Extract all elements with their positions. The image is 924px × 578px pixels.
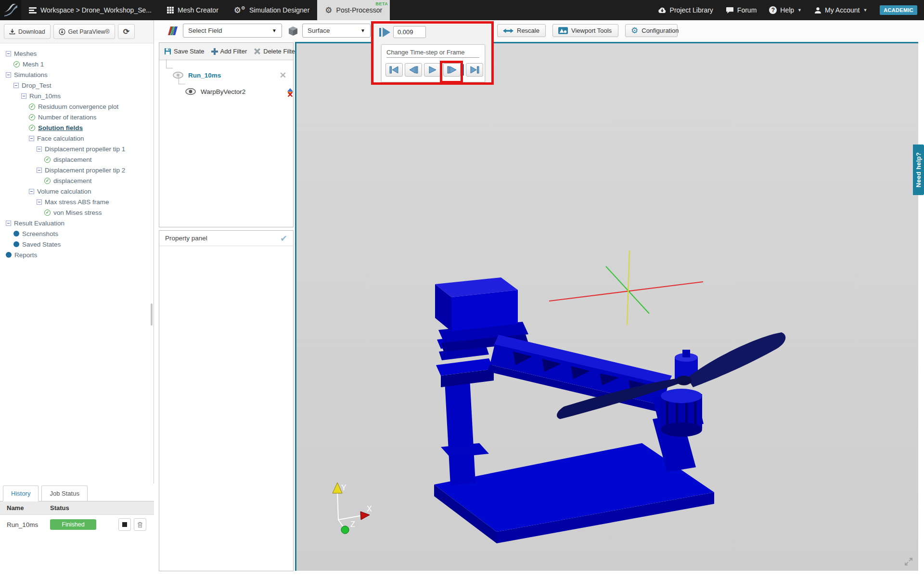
next-frame-button[interactable] bbox=[443, 63, 461, 77]
tree-item-run-10ms[interactable]: Run_10ms bbox=[0, 91, 154, 101]
tree-item-drop-test[interactable]: Drop_Test bbox=[0, 80, 154, 91]
history-section: History Job Status Name Status Run_10ms … bbox=[0, 484, 154, 578]
get-paraview-button[interactable]: Get ParaView® bbox=[53, 24, 115, 39]
time-step-input[interactable] bbox=[393, 26, 426, 38]
circle-download-icon bbox=[59, 28, 65, 35]
tree-item-saved-states[interactable]: Saved States bbox=[0, 239, 154, 250]
tab-mesh-creator[interactable]: Mesh Creator bbox=[159, 0, 226, 20]
tab-history[interactable]: History bbox=[3, 486, 38, 501]
check-icon: ✓ bbox=[29, 114, 35, 120]
remove-dataset-icon[interactable]: ✕ bbox=[280, 70, 286, 80]
tree-item-meshes[interactable]: Meshes bbox=[0, 48, 154, 59]
collapse-icon[interactable] bbox=[6, 51, 11, 56]
collapse-icon[interactable] bbox=[37, 146, 42, 152]
tree-item-displacement-2[interactable]: ✓displacement bbox=[0, 175, 154, 186]
workspace-label: Workspace > Drone_Workshop_Se... bbox=[40, 6, 152, 14]
viewport-tools-button[interactable]: Viewport Tools bbox=[552, 24, 618, 37]
surface-cube-icon bbox=[287, 25, 299, 39]
divider bbox=[462, 64, 464, 76]
skip-to-first-frame-button[interactable] bbox=[385, 63, 403, 77]
dot-icon bbox=[6, 252, 12, 258]
project-tree: Meshes ✓Mesh 1 Simulations Drop_Test Run… bbox=[0, 43, 154, 260]
visibility-eye-icon[interactable] bbox=[185, 88, 196, 95]
rescale-button[interactable]: Rescale bbox=[497, 24, 546, 37]
tree-item-face-calculation[interactable]: Face calculation bbox=[0, 133, 154, 144]
collapse-icon[interactable] bbox=[37, 168, 42, 173]
tree-item-displacement-1[interactable]: ✓displacement bbox=[0, 154, 154, 165]
check-icon: ✓ bbox=[13, 61, 20, 67]
play-button[interactable] bbox=[424, 63, 441, 77]
download-label: Download bbox=[18, 28, 45, 35]
forum-button[interactable]: Forum bbox=[726, 6, 757, 14]
previous-frame-button[interactable] bbox=[405, 63, 422, 77]
tree-item-max-stress-abs-frame[interactable]: Max stress ABS frame bbox=[0, 197, 154, 207]
check-icon: ✓ bbox=[44, 178, 51, 184]
filter-panel: Save State Add Filter Delete Filter Run_… bbox=[159, 42, 294, 227]
logo-swoosh-icon bbox=[3, 3, 18, 17]
skip-to-last-frame-button[interactable] bbox=[466, 63, 483, 77]
tree-item-displacement-propeller-tip-2[interactable]: Displacement propeller tip 2 bbox=[0, 165, 154, 175]
double-arrow-icon bbox=[503, 28, 513, 34]
tree-item-result-evaluation[interactable]: Result Evaluation bbox=[0, 218, 154, 228]
delete-run-button[interactable] bbox=[134, 518, 146, 531]
stop-run-button[interactable] bbox=[118, 518, 131, 531]
tree-item-von-mises-stress[interactable]: ✓von Mises stress bbox=[0, 207, 154, 218]
delete-filter-button[interactable]: Delete Filter bbox=[254, 48, 297, 55]
download-icon bbox=[9, 28, 15, 35]
app-logo[interactable] bbox=[0, 0, 21, 20]
time-step-popup: Change Time-step or Frame bbox=[381, 44, 485, 82]
tree-item-displacement-propeller-tip-1[interactable]: Displacement propeller tip 1 bbox=[0, 144, 154, 154]
my-account-menu[interactable]: My Account ▼ bbox=[814, 6, 867, 14]
stop-icon bbox=[122, 522, 127, 527]
apply-check-icon[interactable]: ✔ bbox=[280, 233, 287, 244]
need-help-tab[interactable]: Need help? bbox=[913, 144, 924, 195]
project-library-button[interactable]: Project Library bbox=[658, 6, 713, 14]
tree-item-residuum-convergence-plot[interactable]: ✓Residuum convergence plot bbox=[0, 101, 154, 112]
download-button[interactable]: Download bbox=[4, 24, 51, 39]
my-account-label: My Account bbox=[825, 6, 860, 14]
workspace-breadcrumb-tab[interactable]: Workspace > Drone_Workshop_Se... bbox=[21, 0, 159, 20]
tab-job-status[interactable]: Job Status bbox=[41, 486, 87, 501]
save-state-button[interactable]: Save State bbox=[164, 48, 205, 55]
tab-post-processor[interactable]: ⚙ Post-Processor BETA bbox=[317, 0, 390, 20]
refresh-button[interactable]: ⟳ bbox=[118, 24, 135, 39]
forum-label: Forum bbox=[737, 6, 757, 14]
tree-item-reports[interactable]: Reports bbox=[0, 250, 154, 260]
time-control-group: Change Time-step or Frame bbox=[373, 23, 492, 85]
select-field-dropdown[interactable]: Select Field ▼ bbox=[183, 24, 282, 38]
representation-dropdown[interactable]: Surface ▼ bbox=[302, 24, 371, 38]
mesh-creator-label: Mesh Creator bbox=[178, 6, 218, 14]
table-row: Run_10ms Finished bbox=[0, 515, 154, 534]
tree-item-mesh-1[interactable]: ✓Mesh 1 bbox=[0, 59, 154, 69]
tree-item-volume-calculation[interactable]: Volume calculation bbox=[0, 186, 154, 197]
sidebar-scrollbar[interactable] bbox=[151, 303, 153, 326]
viewport-3d[interactable]: Y X Z bbox=[295, 42, 918, 571]
collapse-icon[interactable] bbox=[29, 136, 34, 141]
viewport-tools-icon bbox=[558, 27, 568, 34]
academic-plan-badge: ACADEMIC bbox=[880, 5, 917, 15]
collapse-icon[interactable] bbox=[29, 189, 34, 194]
add-filter-button[interactable]: Add Filter bbox=[211, 48, 247, 55]
add-filter-label: Add Filter bbox=[220, 48, 247, 55]
collapse-icon[interactable] bbox=[13, 83, 19, 88]
configuration-button[interactable]: ⚙ Configuration bbox=[625, 24, 678, 37]
collapse-icon[interactable] bbox=[21, 93, 26, 99]
play-animation-icon[interactable] bbox=[379, 27, 391, 38]
tree-item-simulations[interactable]: Simulations bbox=[0, 69, 154, 80]
collapse-icon[interactable] bbox=[6, 221, 11, 226]
help-menu[interactable]: ? Help ▼ bbox=[769, 6, 802, 14]
collapse-icon[interactable] bbox=[6, 72, 11, 78]
trash-icon bbox=[137, 522, 143, 528]
gears-icon: ⚙⚙ bbox=[234, 6, 245, 14]
check-icon: ✓ bbox=[44, 157, 51, 163]
dot-icon bbox=[13, 231, 19, 236]
tree-item-number-of-iterations[interactable]: ✓Number of iterations bbox=[0, 112, 154, 122]
tree-item-solution-fields[interactable]: ✓Solution fields bbox=[0, 122, 154, 133]
resize-viewport-handle[interactable] bbox=[904, 557, 913, 566]
tree-item-screenshots[interactable]: Screenshots bbox=[0, 228, 154, 239]
tab-simulation-designer[interactable]: ⚙⚙ Simulation Designer bbox=[226, 0, 318, 20]
run-dataset-label: Run_10ms bbox=[188, 72, 221, 79]
play-icon bbox=[428, 66, 437, 74]
collapse-icon[interactable] bbox=[37, 199, 42, 205]
filter-tree-warpbyvector-row[interactable]: WarpByVector2 ✕ bbox=[159, 83, 293, 100]
